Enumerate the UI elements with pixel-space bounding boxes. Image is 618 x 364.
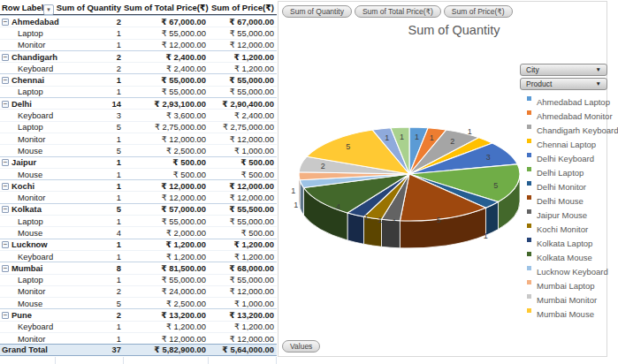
value-cell[interactable]: ₹ 68,000.00 — [209, 263, 277, 273]
value-cell[interactable]: ₹ 500.00 — [209, 170, 277, 179]
value-cell[interactable]: ₹ 500.00 — [124, 170, 209, 179]
row-label-cell[interactable]: Monitor — [0, 134, 56, 144]
value-cell[interactable]: ₹ 13,200.00 — [209, 310, 277, 320]
value-cell[interactable]: 37 — [56, 345, 124, 354]
value-cell[interactable]: ₹ 5,64,000.00 — [209, 345, 277, 354]
value-cell[interactable]: ₹ 2,75,000.00 — [124, 122, 209, 132]
value-cell[interactable]: ₹ 1,000.00 — [209, 299, 277, 308]
value-cell[interactable]: 1 — [56, 216, 124, 226]
value-cell[interactable]: ₹ 500.00 — [209, 157, 277, 167]
value-cell[interactable]: ₹ 24,000.00 — [124, 286, 209, 296]
legend-item[interactable]: Ahmedabad Monitor — [527, 107, 618, 121]
value-cell[interactable]: ₹ 13,200.00 — [124, 310, 209, 320]
value-cell[interactable]: 1 — [56, 239, 124, 249]
value-cell[interactable]: ₹ 12,000.00 — [124, 134, 209, 144]
value-cell[interactable]: ₹ 2,500.00 — [124, 299, 209, 308]
value-cell[interactable]: 1 — [56, 181, 124, 191]
legend-item[interactable]: Delhi Mouse — [527, 192, 618, 206]
value-cell[interactable]: 14 — [56, 99, 124, 109]
value-cell[interactable]: ₹ 55,000.00 — [124, 28, 209, 38]
value-cell[interactable]: ₹ 12,000.00 — [209, 40, 277, 49]
row-label-cell[interactable]: −Kolkata — [0, 204, 56, 214]
value-cell[interactable]: ₹ 12,000.00 — [124, 334, 209, 344]
value-cell[interactable]: 1 — [56, 28, 124, 38]
value-cell[interactable]: ₹ 55,000.00 — [124, 216, 209, 226]
axis-field-button-city[interactable]: City ▼ — [520, 64, 607, 76]
value-cell[interactable]: ₹ 12,000.00 — [124, 193, 209, 202]
value-cell[interactable]: ₹ 12,000.00 — [124, 40, 209, 49]
value-cell[interactable]: ₹ 1,200.00 — [209, 52, 277, 62]
collapse-icon[interactable]: − — [2, 19, 9, 26]
legend-item[interactable]: Delhi Monitor — [527, 178, 618, 192]
legend-item[interactable]: Kochi Monitor — [527, 220, 618, 234]
value-cell[interactable]: ₹ 500.00 — [124, 157, 209, 167]
value-cell[interactable]: ₹ 55,000.00 — [209, 87, 277, 96]
value-cell[interactable]: 2 — [56, 52, 124, 62]
value-cell[interactable]: ₹ 12,000.00 — [209, 181, 277, 191]
legend-item[interactable]: Mumbai Mouse — [527, 305, 618, 319]
collapse-icon[interactable]: − — [2, 159, 9, 166]
value-cell[interactable]: 1 — [56, 322, 124, 331]
row-label-cell[interactable]: −Chandigarh — [0, 52, 56, 62]
row-label-cell[interactable]: Monitor — [0, 286, 56, 296]
value-cell[interactable]: ₹ 55,500.00 — [209, 204, 277, 214]
row-label-cell[interactable]: Keyboard — [0, 110, 56, 120]
value-cell[interactable]: 1 — [56, 193, 124, 202]
axis-field-button-product[interactable]: Product ▼ — [520, 78, 607, 90]
value-cell[interactable]: ₹ 55,000.00 — [209, 28, 277, 38]
value-cell[interactable]: 1 — [56, 75, 124, 85]
row-label-cell[interactable]: Laptop — [0, 275, 56, 284]
value-cell[interactable]: ₹ 2,000.00 — [124, 228, 209, 238]
value-cell[interactable]: 5 — [56, 146, 124, 155]
filter-dropdown-icon[interactable]: ▼ — [43, 4, 54, 15]
legend-item[interactable]: Delhi Keyboard — [527, 149, 618, 163]
row-label-cell[interactable]: Monitor — [0, 334, 56, 344]
legend-item[interactable]: Kolkata Laptop — [527, 234, 618, 248]
value-cell[interactable]: 5 — [56, 204, 124, 214]
value-cell[interactable]: ₹ 3,600.00 — [124, 110, 209, 120]
value-cell[interactable]: ₹ 12,000.00 — [209, 334, 277, 344]
value-cell[interactable]: 2 — [56, 286, 124, 296]
collapse-icon[interactable]: − — [2, 101, 9, 108]
value-cell[interactable]: ₹ 55,000.00 — [209, 275, 277, 284]
value-cell[interactable]: 1 — [56, 170, 124, 179]
row-label-cell[interactable]: Laptop — [0, 87, 56, 96]
collapse-icon[interactable]: − — [2, 265, 9, 272]
value-cell[interactable]: ₹ 55,000.00 — [209, 75, 277, 85]
row-label-cell[interactable]: Grand Total — [0, 345, 56, 354]
collapse-icon[interactable]: − — [2, 241, 9, 248]
value-cell[interactable]: 3 — [56, 110, 124, 120]
legend-item[interactable]: Chennai Laptop — [527, 135, 618, 149]
legend-item[interactable]: Kolkata Mouse — [527, 248, 618, 262]
value-cell[interactable]: ₹ 2,90,400.00 — [209, 99, 277, 109]
value-cell[interactable]: 1 — [56, 40, 124, 49]
legend-item[interactable]: Chandigarh Keyboard — [527, 121, 618, 135]
value-cell[interactable]: 1 — [56, 275, 124, 284]
legend-item[interactable]: Mumbai Monitor — [527, 291, 618, 305]
value-cell[interactable]: 4 — [56, 228, 124, 238]
row-label-cell[interactable]: Mouse — [0, 146, 56, 155]
legend-item[interactable]: Ahmedabad Laptop — [527, 93, 618, 107]
legend-item[interactable]: Jaipur Mouse — [527, 206, 618, 220]
value-cell[interactable]: ₹ 57,000.00 — [124, 204, 209, 214]
row-label-cell[interactable]: −Pune — [0, 310, 56, 320]
value-cell[interactable]: ₹ 1,200.00 — [124, 239, 209, 249]
value-cell[interactable]: ₹ 1,200.00 — [209, 64, 277, 73]
value-cell[interactable]: ₹ 12,000.00 — [209, 286, 277, 296]
value-cell[interactable]: ₹ 2,75,000.00 — [209, 122, 277, 132]
value-cell[interactable]: 8 — [56, 263, 124, 273]
value-cell[interactable]: ₹ 1,200.00 — [209, 322, 277, 331]
collapse-icon[interactable]: − — [2, 183, 9, 190]
row-label-cell[interactable]: Monitor — [0, 193, 56, 202]
value-cell[interactable]: ₹ 1,200.00 — [124, 252, 209, 262]
value-cell[interactable]: ₹ 2,400.00 — [124, 52, 209, 62]
value-cell[interactable]: 2 — [56, 17, 124, 27]
row-label-cell[interactable]: −Kochi — [0, 181, 56, 191]
value-cell[interactable]: ₹ 81,500.00 — [124, 263, 209, 273]
value-cell[interactable]: 1 — [56, 334, 124, 344]
value-cell[interactable]: ₹ 2,500.00 — [124, 146, 209, 155]
value-cell[interactable]: ₹ 1,200.00 — [124, 322, 209, 331]
legend-item[interactable]: Delhi Laptop — [527, 163, 618, 178]
value-cell[interactable]: ₹ 67,000.00 — [209, 17, 277, 27]
row-label-cell[interactable]: Laptop — [0, 216, 56, 226]
